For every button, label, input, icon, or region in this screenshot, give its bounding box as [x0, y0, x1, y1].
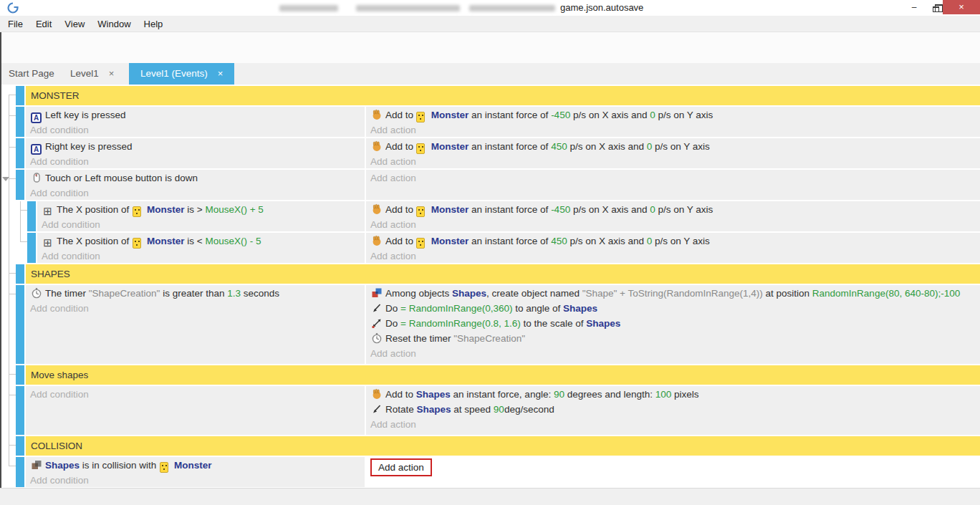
text-segment: 1.3 — [227, 288, 241, 299]
add-condition-placeholder[interactable]: Add condition — [42, 249, 360, 263]
tab-close-icon[interactable]: × — [109, 68, 115, 79]
conditions-cell[interactable]: ARight key is pressedAdd condition — [26, 138, 365, 168]
close-button[interactable]: × — [943, 0, 980, 14]
add-action-placeholder[interactable]: Add action — [370, 217, 976, 231]
add-condition-placeholder[interactable]: Add condition — [30, 301, 360, 316]
conditions-cell[interactable]: ⊞The X position of Monster is < MouseX()… — [37, 233, 365, 263]
event-rail — [0, 233, 37, 263]
condition-line[interactable]: Shapes is in collision with Monster — [30, 458, 360, 473]
text-segment: 100 — [655, 389, 672, 400]
event-group-header[interactable]: MONSTER — [26, 86, 980, 105]
condition-line[interactable]: ARight key is pressed — [30, 139, 360, 154]
add-condition-placeholder[interactable]: Add condition — [30, 122, 360, 137]
menu-edit[interactable]: Edit — [29, 16, 58, 32]
event-select-bar[interactable] — [16, 107, 24, 137]
event-select-bar[interactable] — [16, 264, 24, 284]
tab-close-icon[interactable]: × — [218, 68, 224, 79]
actions-cell[interactable]: Among objects Shapes, create object name… — [366, 285, 980, 364]
add-condition-placeholder[interactable]: Add condition — [30, 186, 360, 200]
condition-line[interactable]: The timer "ShapeCreation" is greater tha… — [30, 286, 360, 301]
event-select-bar[interactable] — [27, 201, 36, 231]
scale-icon — [370, 317, 383, 329]
add-action-placeholder[interactable]: Add action — [370, 417, 976, 432]
action-line[interactable]: Add to Monster an instant force of -450 … — [370, 107, 976, 122]
action-line[interactable]: Add to Monster an instant force of 450 p… — [370, 139, 976, 154]
text-segment: p/s on X axis and — [567, 141, 647, 152]
condition-line[interactable]: ⊞The X position of Monster is < MouseX()… — [42, 234, 360, 249]
add-action-placeholder[interactable]: Add action — [370, 170, 976, 186]
add-condition-placeholder[interactable]: Add condition — [30, 154, 360, 168]
add-action-placeholder[interactable]: Add action — [370, 122, 976, 137]
add-action-placeholder[interactable]: Add action — [370, 154, 976, 168]
event-select-bar[interactable] — [16, 285, 24, 364]
position-icon: ⊞ — [42, 236, 54, 247]
event-group-header[interactable]: Move shapes — [26, 365, 980, 385]
menu-file[interactable]: File — [1, 16, 29, 32]
event-select-bar[interactable] — [16, 457, 24, 487]
add-condition-placeholder[interactable]: Add condition — [42, 217, 360, 231]
event-group-header[interactable]: SHAPES — [26, 264, 980, 284]
action-line[interactable]: Add to Monster an instant force of -450 … — [370, 202, 976, 217]
text-segment: 0 — [650, 204, 655, 215]
add-condition-placeholder[interactable]: Add condition — [30, 473, 360, 487]
action-line[interactable]: Reset the timer "ShapeCreation" — [370, 331, 976, 346]
add-action-placeholder[interactable]: Add action — [370, 458, 432, 476]
actions-cell[interactable]: Add action — [366, 170, 980, 200]
action-line[interactable]: Do = RandomInRange(0,360) to angle of Sh… — [370, 301, 976, 316]
condition-line[interactable]: ALeft key is pressed — [30, 107, 360, 122]
event-select-bar[interactable] — [16, 386, 24, 435]
event-select-bar[interactable] — [16, 86, 24, 105]
conditions-cell[interactable]: Add condition — [26, 386, 365, 435]
actions-cell[interactable]: Add to Monster an instant force of 450 p… — [366, 233, 980, 263]
add-action-placeholder[interactable]: Add action — [370, 346, 976, 361]
actions-cell[interactable]: Add action — [366, 457, 980, 487]
actions-cell[interactable]: Add to Monster an instant force of 450 p… — [366, 138, 980, 168]
event-select-bar[interactable] — [16, 138, 24, 168]
actions-cell[interactable]: Add to Monster an instant force of -450 … — [366, 201, 980, 231]
condition-line[interactable]: ⊞The X position of Monster is > MouseX()… — [42, 202, 360, 217]
conditions-cell[interactable]: ALeft key is pressedAdd condition — [26, 107, 365, 137]
menu-help[interactable]: Help — [138, 16, 170, 32]
action-line[interactable]: Among objects Shapes, create object name… — [370, 286, 976, 301]
tab-level1-events-[interactable]: Level1 (Events)× — [129, 63, 234, 85]
force-icon — [370, 235, 383, 246]
actions-cell[interactable]: Add to Monster an instant force of -450 … — [366, 107, 980, 137]
conditions-cell[interactable]: The timer "ShapeCreation" is greater tha… — [26, 285, 365, 364]
conditions-cell[interactable]: ⊞The X position of Monster is > MouseX()… — [37, 201, 365, 231]
action-line[interactable]: Add to Monster an instant force of 450 p… — [370, 234, 976, 249]
event-select-bar[interactable] — [16, 170, 24, 200]
event-select-bar[interactable] — [16, 365, 24, 385]
minimize-button[interactable]: – — [904, 0, 924, 14]
event-select-bar[interactable] — [27, 233, 36, 263]
action-line[interactable]: Add to Shapes an instant force, angle: 9… — [370, 387, 976, 402]
conditions-cell[interactable]: Shapes is in collision with MonsterAdd c… — [26, 457, 365, 487]
event-select-bar[interactable] — [16, 436, 24, 456]
actions-cell[interactable]: Add to Shapes an instant force, angle: 9… — [366, 386, 980, 435]
text-segment: p/s on X axis and — [567, 236, 647, 246]
text-segment: "ShapeCreation" — [89, 288, 160, 299]
monster-icon — [132, 236, 144, 247]
menu-view[interactable]: View — [58, 16, 91, 32]
monster-icon — [416, 141, 428, 153]
tab-start-page[interactable]: Start Page — [9, 63, 54, 85]
text-segment: p/s on Y axis — [655, 110, 714, 120]
menu-window[interactable]: Window — [91, 16, 137, 32]
tab-level1[interactable]: Level1× — [70, 63, 114, 85]
conditions-cell[interactable]: Touch or Left mouse button is downAdd co… — [26, 170, 365, 200]
add-condition-placeholder[interactable]: Add condition — [30, 387, 360, 402]
text-segment: degrees and length: — [565, 389, 655, 400]
event-rail — [0, 86, 26, 105]
action-line[interactable]: Rotate Shapes at speed 90deg/second — [370, 402, 976, 417]
tab-label: Level1 — [70, 68, 99, 79]
event-rail — [0, 107, 26, 137]
text-segment: 90 — [554, 389, 565, 400]
text-segment: pixels — [671, 389, 698, 400]
add-action-placeholder[interactable]: Add action — [370, 249, 976, 263]
titlebar: game.json.autosave – × — [0, 0, 980, 16]
text-segment: deg/second — [504, 404, 554, 415]
action-line[interactable]: Do = RandomInRange(0.8, 1.6) to the scal… — [370, 316, 976, 331]
gdevelop-logo-icon — [7, 2, 19, 14]
event-group-header[interactable]: COLLISION — [26, 436, 980, 456]
condition-line[interactable]: Touch or Left mouse button is down — [30, 170, 360, 186]
object-name: Monster — [431, 204, 469, 215]
